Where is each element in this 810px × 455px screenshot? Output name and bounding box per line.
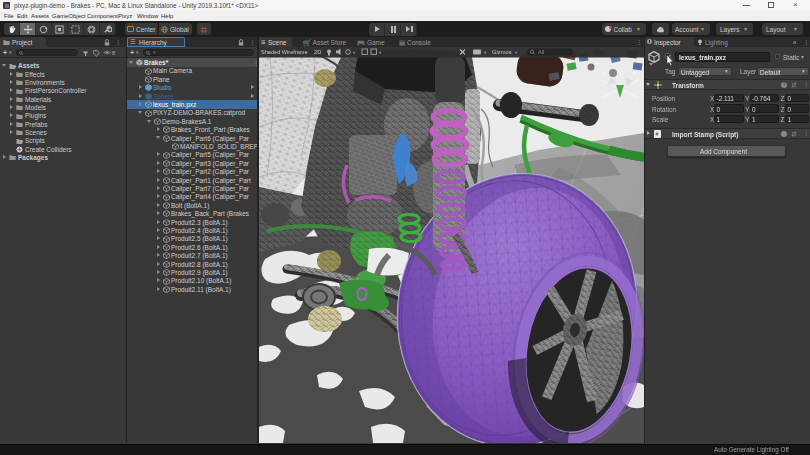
svg-text:x: x <box>633 69 636 75</box>
svg-text:All: All <box>538 49 544 55</box>
svg-text:y: y <box>603 69 606 75</box>
svg-text:Gizmos: Gizmos <box>492 49 512 55</box>
svg-text:2D: 2D <box>314 49 321 55</box>
svg-text:Shaded Wireframe: Shaded Wireframe <box>261 49 308 55</box>
